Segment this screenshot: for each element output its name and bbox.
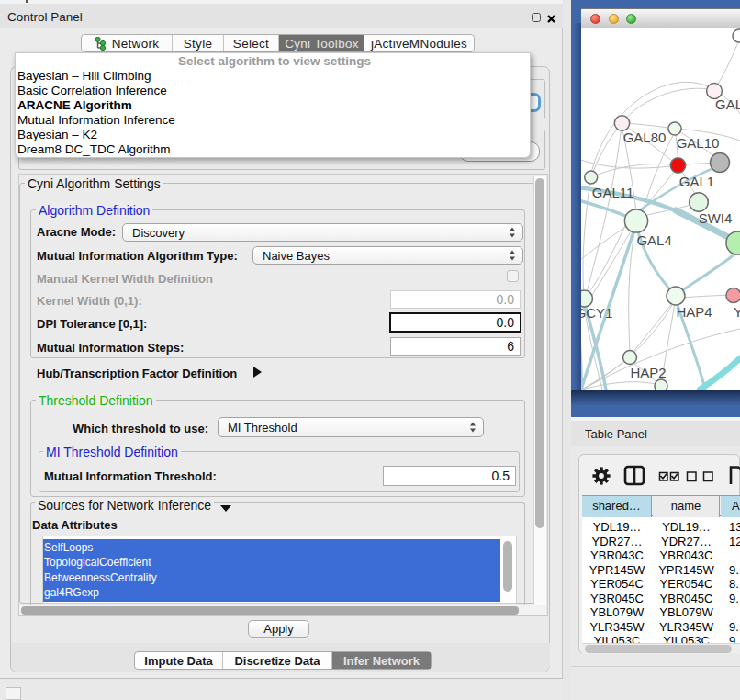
svg-text:HAP2: HAP2: [630, 365, 666, 380]
svg-text:GAL: GAL: [715, 96, 740, 112]
svg-text:GAL4: GAL4: [636, 232, 671, 248]
svg-text:GAL80: GAL80: [623, 130, 667, 145]
svg-text:SWI4: SWI4: [699, 210, 733, 226]
svg-text:GAL11: GAL11: [592, 185, 634, 200]
svg-text:GCY1: GCY1: [581, 305, 612, 321]
svg-text:GAL10: GAL10: [677, 135, 720, 151]
svg-text:HAP4: HAP4: [676, 304, 712, 320]
svg-text:GAL1: GAL1: [679, 174, 714, 189]
svg-text:Y: Y: [734, 304, 740, 320]
